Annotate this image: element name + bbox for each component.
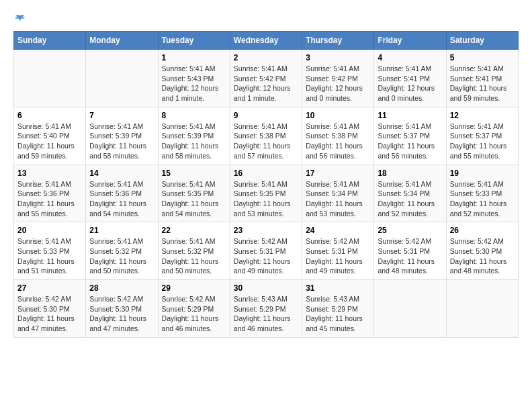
week-row-1: 1Sunrise: 5:41 AMSunset: 5:43 PMDaylight… — [14, 50, 519, 107]
day-number: 16 — [234, 169, 298, 178]
calendar-cell — [86, 50, 158, 107]
cell-content: Sunrise: 5:41 AMSunset: 5:38 PMDaylight:… — [306, 122, 370, 161]
logo-bird-icon — [15, 13, 26, 24]
day-header-sunday: Sunday — [14, 32, 86, 50]
cell-content: Sunrise: 5:41 AMSunset: 5:37 PMDaylight:… — [450, 122, 515, 161]
calendar-cell: 6Sunrise: 5:41 AMSunset: 5:40 PMDaylight… — [14, 107, 86, 165]
calendar-cell: 2Sunrise: 5:41 AMSunset: 5:42 PMDaylight… — [230, 50, 302, 107]
calendar-cell: 26Sunrise: 5:42 AMSunset: 5:30 PMDayligh… — [446, 222, 518, 280]
page-header — [13, 13, 519, 24]
day-number: 7 — [89, 111, 154, 120]
cell-content: Sunrise: 5:41 AMSunset: 5:33 PMDaylight:… — [450, 179, 515, 219]
week-row-2: 6Sunrise: 5:41 AMSunset: 5:40 PMDaylight… — [14, 107, 519, 165]
calendar-cell: 24Sunrise: 5:42 AMSunset: 5:31 PMDayligh… — [302, 222, 374, 280]
cell-content: Sunrise: 5:42 AMSunset: 5:30 PMDaylight:… — [450, 236, 515, 276]
calendar-cell: 20Sunrise: 5:41 AMSunset: 5:33 PMDayligh… — [14, 222, 86, 280]
day-number: 8 — [162, 111, 226, 120]
day-number: 22 — [162, 226, 226, 235]
calendar-cell: 3Sunrise: 5:41 AMSunset: 5:42 PMDaylight… — [302, 50, 374, 107]
calendar-cell — [374, 280, 446, 338]
day-header-friday: Friday — [374, 32, 446, 50]
day-number: 17 — [306, 169, 370, 178]
day-number: 6 — [17, 111, 82, 120]
calendar-cell: 16Sunrise: 5:41 AMSunset: 5:35 PMDayligh… — [230, 165, 302, 222]
day-number: 19 — [450, 169, 515, 178]
week-row-5: 27Sunrise: 5:42 AMSunset: 5:30 PMDayligh… — [14, 280, 519, 338]
cell-content: Sunrise: 5:41 AMSunset: 5:38 PMDaylight:… — [234, 122, 298, 161]
day-number: 12 — [450, 111, 515, 120]
day-number: 5 — [450, 53, 515, 62]
day-number: 15 — [162, 169, 226, 178]
cell-content: Sunrise: 5:41 AMSunset: 5:33 PMDaylight:… — [17, 236, 82, 276]
day-number: 10 — [306, 111, 370, 120]
day-number: 4 — [378, 53, 442, 62]
cell-content: Sunrise: 5:42 AMSunset: 5:31 PMDaylight:… — [306, 236, 370, 276]
day-number: 27 — [17, 283, 82, 293]
cell-content: Sunrise: 5:41 AMSunset: 5:35 PMDaylight:… — [162, 179, 226, 219]
calendar-cell: 15Sunrise: 5:41 AMSunset: 5:35 PMDayligh… — [158, 165, 230, 222]
calendar-cell: 29Sunrise: 5:42 AMSunset: 5:29 PMDayligh… — [158, 280, 230, 338]
day-number: 21 — [89, 226, 154, 235]
calendar-cell: 30Sunrise: 5:43 AMSunset: 5:29 PMDayligh… — [230, 280, 302, 338]
calendar-cell — [14, 50, 86, 107]
calendar-cell: 18Sunrise: 5:41 AMSunset: 5:34 PMDayligh… — [374, 165, 446, 222]
day-header-tuesday: Tuesday — [158, 32, 230, 50]
day-number: 3 — [306, 53, 370, 62]
calendar-cell: 5Sunrise: 5:41 AMSunset: 5:41 PMDaylight… — [446, 50, 518, 107]
cell-content: Sunrise: 5:41 AMSunset: 5:36 PMDaylight:… — [17, 179, 82, 219]
cell-content: Sunrise: 5:41 AMSunset: 5:41 PMDaylight:… — [450, 64, 515, 103]
cell-content: Sunrise: 5:41 AMSunset: 5:37 PMDaylight:… — [378, 122, 442, 161]
day-number: 24 — [306, 226, 370, 235]
calendar-cell: 21Sunrise: 5:41 AMSunset: 5:32 PMDayligh… — [86, 222, 158, 280]
cell-content: Sunrise: 5:41 AMSunset: 5:43 PMDaylight:… — [162, 64, 226, 103]
day-number: 23 — [234, 226, 298, 235]
cell-content: Sunrise: 5:41 AMSunset: 5:39 PMDaylight:… — [89, 122, 154, 161]
day-header-wednesday: Wednesday — [230, 32, 302, 50]
cell-content: Sunrise: 5:41 AMSunset: 5:34 PMDaylight:… — [306, 179, 370, 219]
calendar-cell: 27Sunrise: 5:42 AMSunset: 5:30 PMDayligh… — [14, 280, 86, 338]
day-header-thursday: Thursday — [302, 32, 374, 50]
logo — [13, 13, 26, 24]
calendar-cell: 11Sunrise: 5:41 AMSunset: 5:37 PMDayligh… — [374, 107, 446, 165]
calendar-cell: 1Sunrise: 5:41 AMSunset: 5:43 PMDaylight… — [158, 50, 230, 107]
cell-content: Sunrise: 5:42 AMSunset: 5:31 PMDaylight:… — [234, 236, 298, 276]
day-number: 31 — [306, 283, 370, 293]
day-header-saturday: Saturday — [446, 32, 518, 50]
day-number: 11 — [378, 111, 442, 120]
day-number: 2 — [234, 53, 298, 62]
calendar-cell: 14Sunrise: 5:41 AMSunset: 5:36 PMDayligh… — [86, 165, 158, 222]
cell-content: Sunrise: 5:41 AMSunset: 5:36 PMDaylight:… — [89, 179, 154, 219]
calendar-cell: 7Sunrise: 5:41 AMSunset: 5:39 PMDaylight… — [86, 107, 158, 165]
day-header-monday: Monday — [86, 32, 158, 50]
cell-content: Sunrise: 5:42 AMSunset: 5:29 PMDaylight:… — [162, 294, 226, 334]
cell-content: Sunrise: 5:42 AMSunset: 5:30 PMDaylight:… — [89, 294, 154, 334]
cell-content: Sunrise: 5:41 AMSunset: 5:40 PMDaylight:… — [17, 122, 82, 161]
day-number: 20 — [17, 226, 82, 235]
day-number: 28 — [89, 283, 154, 293]
calendar-cell: 19Sunrise: 5:41 AMSunset: 5:33 PMDayligh… — [446, 165, 518, 222]
calendar-cell: 4Sunrise: 5:41 AMSunset: 5:41 PMDaylight… — [374, 50, 446, 107]
calendar-cell: 17Sunrise: 5:41 AMSunset: 5:34 PMDayligh… — [302, 165, 374, 222]
calendar-table: SundayMondayTuesdayWednesdayThursdayFrid… — [13, 31, 519, 338]
calendar-cell: 13Sunrise: 5:41 AMSunset: 5:36 PMDayligh… — [14, 165, 86, 222]
calendar-cell — [446, 280, 518, 338]
calendar-cell: 23Sunrise: 5:42 AMSunset: 5:31 PMDayligh… — [230, 222, 302, 280]
cell-content: Sunrise: 5:41 AMSunset: 5:42 PMDaylight:… — [306, 64, 370, 103]
cell-content: Sunrise: 5:41 AMSunset: 5:39 PMDaylight:… — [162, 122, 226, 161]
day-number: 1 — [162, 53, 226, 62]
calendar-cell: 31Sunrise: 5:43 AMSunset: 5:29 PMDayligh… — [302, 280, 374, 338]
cell-content: Sunrise: 5:42 AMSunset: 5:30 PMDaylight:… — [17, 294, 82, 334]
calendar-cell: 12Sunrise: 5:41 AMSunset: 5:37 PMDayligh… — [446, 107, 518, 165]
cell-content: Sunrise: 5:42 AMSunset: 5:31 PMDaylight:… — [378, 236, 442, 276]
cell-content: Sunrise: 5:43 AMSunset: 5:29 PMDaylight:… — [234, 294, 298, 334]
week-row-3: 13Sunrise: 5:41 AMSunset: 5:36 PMDayligh… — [14, 165, 519, 222]
day-number: 29 — [162, 283, 226, 293]
day-number: 26 — [450, 226, 515, 235]
cell-content: Sunrise: 5:41 AMSunset: 5:32 PMDaylight:… — [162, 236, 226, 276]
calendar-cell: 28Sunrise: 5:42 AMSunset: 5:30 PMDayligh… — [86, 280, 158, 338]
day-number: 9 — [234, 111, 298, 120]
cell-content: Sunrise: 5:41 AMSunset: 5:32 PMDaylight:… — [89, 236, 154, 276]
day-number: 13 — [17, 169, 82, 178]
cell-content: Sunrise: 5:41 AMSunset: 5:42 PMDaylight:… — [234, 64, 298, 103]
calendar-cell: 9Sunrise: 5:41 AMSunset: 5:38 PMDaylight… — [230, 107, 302, 165]
